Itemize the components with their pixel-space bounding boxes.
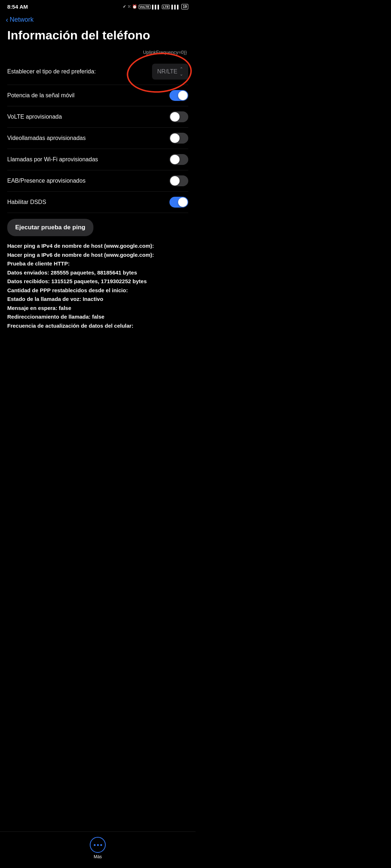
toggle-volte[interactable] — [169, 111, 188, 122]
toggle-track-on — [169, 90, 188, 101]
info-line-3: Datos enviados: 285555 paquetes, 8818564… — [7, 269, 188, 277]
toggle-eab[interactable] — [169, 175, 188, 186]
info-line-8: Redireccionamiento de llamada: false — [7, 313, 188, 321]
toggle-signal-strength[interactable] — [169, 90, 188, 101]
dropdown-chevron-icon: ⌃ ⌄ — [180, 67, 183, 77]
info-line-2: Prueba de cliente HTTP: — [7, 260, 188, 268]
back-chevron-icon: ‹ — [6, 16, 8, 24]
info-line-7: Mensaje en espera: false — [7, 304, 188, 312]
setting-label-volte: VoLTE aprovisionada — [7, 114, 169, 120]
back-label[interactable]: Network — [10, 16, 34, 24]
network-type-dropdown[interactable]: NR/LTE ⌃ ⌄ — [152, 64, 188, 80]
toggle-thumb3 — [170, 155, 180, 164]
setting-row-wifi-calling: Llamadas por Wi-Fi aprovisionadas — [7, 149, 188, 170]
toggle-thumb — [170, 112, 180, 122]
info-block: Hacer ping a IPv4 de nombre de host (www… — [7, 240, 188, 338]
toggle-track-off3 — [169, 154, 188, 165]
toggle-track-off2 — [169, 133, 188, 144]
signal-bars2-icon: ▌▌▌ — [171, 5, 180, 9]
dropdown-wrapper: NR/LTE ⌃ ⌄ — [152, 64, 188, 80]
toggle-dsds[interactable] — [169, 197, 188, 208]
ping-button-label: Ejecutar prueba de ping — [15, 224, 85, 231]
status-time: 8:54 AM — [7, 4, 28, 10]
info-line-0: Hacer ping a IPv4 de nombre de host (www… — [7, 242, 188, 250]
setting-row-video-calls: Videollamadas aprovisionadas — [7, 128, 188, 149]
info-line-9: Frecuencia de actualización de datos del… — [7, 322, 188, 330]
bluetooth-icon: ✓ — [123, 4, 126, 9]
setting-row-eab: EAB/Presence aprovisionados — [7, 170, 188, 192]
toggle-track-on2 — [169, 197, 188, 208]
info-line-1: Hacer ping a IPv6 de nombre de host (www… — [7, 251, 188, 259]
setting-row-signal-strength: Potencia de la señal móvil — [7, 85, 188, 106]
setting-row-dsds: Habilitar DSDS — [7, 192, 188, 213]
ping-button[interactable]: Ejecutar prueba de ping — [7, 219, 93, 236]
network-type-value: NR/LTE — [157, 68, 177, 75]
toggle-thumb4 — [170, 176, 180, 186]
toggle-track-off4 — [169, 175, 188, 186]
status-icons: ✓ ⁙ ⏰ VoLTE ▌▌▌ LTE ▌▌▌ 19 — [123, 4, 188, 9]
setting-label-wifi-calling: Llamadas por Wi-Fi aprovisionadas — [7, 156, 169, 163]
alarm-icon: ⏰ — [132, 4, 137, 9]
toggle-thumb5 — [178, 197, 188, 207]
toggle-thumb — [178, 91, 188, 100]
info-line-5: Cantidad de PPP restablecidos desde el i… — [7, 286, 188, 295]
lte-icon: LTE — [162, 5, 170, 9]
signal-icon: ⁙ — [127, 4, 131, 9]
toggle-thumb2 — [170, 133, 180, 143]
info-line-6: Estado de la llamada de voz: Inactivo — [7, 295, 188, 303]
toggle-video-calls[interactable] — [169, 133, 188, 144]
setting-label-dsds: Habilitar DSDS — [7, 199, 169, 205]
volte-icon: VoLTE — [139, 5, 151, 9]
setting-label-network-type: Establecer el tipo de red preferida: — [7, 68, 152, 75]
toggle-wifi-calling[interactable] — [169, 154, 188, 165]
status-bar: 8:54 AM ✓ ⁙ ⏰ VoLTE ▌▌▌ LTE ▌▌▌ 19 — [0, 0, 196, 12]
setting-row-volte: VoLTE aprovisionada — [7, 106, 188, 128]
uplink-notice: UplinkFrequency=0}} — [7, 50, 188, 55]
signal-bars-icon: ▌▌▌ — [152, 5, 160, 9]
setting-label-signal-strength: Potencia de la señal móvil — [7, 92, 169, 99]
setting-label-eab: EAB/Presence aprovisionados — [7, 178, 169, 184]
setting-label-video-calls: Videollamadas aprovisionadas — [7, 135, 169, 141]
page-title: Información del teléfono — [0, 25, 196, 50]
back-navigation[interactable]: ‹ Network — [0, 12, 196, 25]
info-line-4: Datos recibidos: 1315125 paquetes, 17193… — [7, 277, 188, 286]
setting-row-red-type: Establecer el tipo de red preferida: NR/… — [7, 59, 188, 85]
content-area: UplinkFrequency=0}} Establecer el tipo d… — [0, 50, 196, 338]
battery-icon: 19 — [181, 4, 188, 9]
toggle-track-off — [169, 111, 188, 122]
